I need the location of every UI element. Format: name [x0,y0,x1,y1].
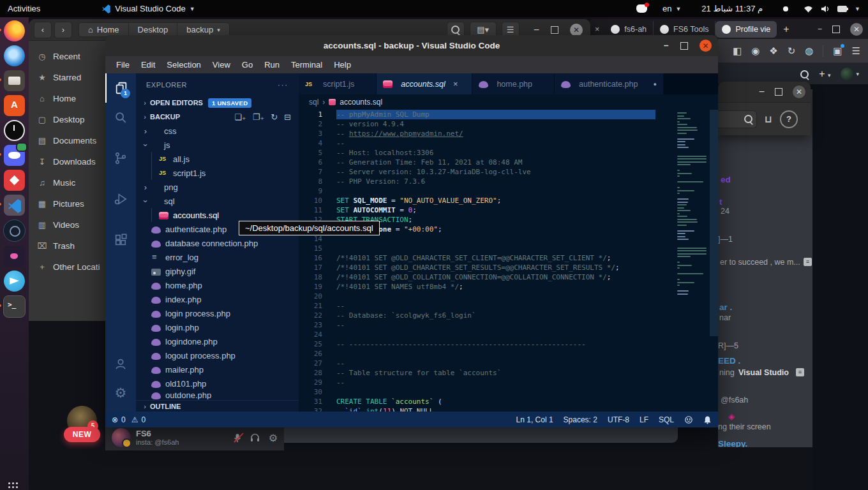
discord-member-fragment[interactable]: er to succeed , we m... [720,258,800,267]
dock-firefox-icon[interactable] [4,20,25,41]
editor-scrollbar[interactable] [710,110,718,336]
discord-member-fragment[interactable]: ]—1 [718,235,733,244]
statusbar-item[interactable]: Ln 1, Col 1 [516,415,553,424]
close-button[interactable]: ✕ [850,23,863,36]
tree-item[interactable]: login process.php [136,306,299,320]
new-folder-icon[interactable]: ❐₊ [253,112,265,122]
toolbar-icon[interactable]: ◍ [805,45,813,57]
inbox-icon[interactable]: ⊔ [765,114,772,125]
statusbar-item[interactable]: SQL [659,415,674,424]
menu-item[interactable]: Terminal [285,60,328,70]
toolbar-icon[interactable]: ◉ [751,45,760,57]
files-sidebar-item[interactable]: ★ Starred [29,67,107,88]
show-applications-icon[interactable] [8,482,10,484]
tree-item[interactable]: all.js [136,152,299,166]
gear-icon[interactable]: ⚙ [269,432,278,444]
maximize-button[interactable] [551,26,558,34]
toolbar-icon[interactable]: ❖ [769,45,777,57]
folder-section-header[interactable]: › BACKUP ❏₊ ❐₊ ↻ ⊟ [136,110,299,124]
open-editors-section[interactable]: › OPEN EDITORS 1 UNSAVED [136,96,299,110]
tree-item[interactable]: home.php [136,278,299,292]
files-sidebar-item[interactable]: ♫ Music [29,172,107,193]
clock[interactable]: م 11:37 شباط 21 [689,4,775,13]
new-tab-button[interactable]: + [777,24,795,35]
editor-tab[interactable]: accounts.sql × [377,73,472,94]
statusbar-item[interactable]: UTF-8 [608,415,629,424]
tree-item[interactable]: giphy.gif [136,264,299,278]
files-sidebar-item[interactable]: ⌧ Trash [29,235,107,256]
minimize-button[interactable]: − [759,86,765,98]
tree-item[interactable]: outdone.php [136,390,299,399]
statusbar-item[interactable]: LF [640,415,648,424]
tree-item[interactable]: login.php [136,320,299,334]
dock-thunderbird-icon[interactable] [4,45,25,66]
maximize-button[interactable] [832,26,840,33]
explorer-more-icon[interactable]: ··· [278,81,288,89]
activitybar-extensions[interactable] [105,225,136,255]
maximize-button[interactable] [680,42,688,50]
discord-member-fragment[interactable]: 24 [721,207,730,216]
discord-member-fragment[interactable]: Visual Studio [738,368,789,377]
discord-member-fragment[interactable]: R]—5 [718,341,738,350]
discord-member-fragment[interactable] [796,368,804,376]
search-icon[interactable] [800,70,809,78]
browser-tab[interactable]: Profile vie [715,21,777,38]
discord-member-fragment[interactable]: ◈ [728,412,735,421]
breadcrumb[interactable]: sql › accounts.sql [299,94,718,110]
new-file-icon[interactable]: ❏₊ [234,112,246,122]
dock-vscode-icon[interactable] [4,195,25,216]
discord-tray-icon[interactable] [629,4,655,13]
files-sidebar-item[interactable]: ◷ Recent [29,46,107,67]
help-button[interactable]: ? [780,110,798,128]
tab-close-icon[interactable]: × [590,25,604,34]
menu-item[interactable]: File [110,60,135,70]
discord-member-fragment[interactable]: Sleepy. [718,439,747,447]
dock-terminal-icon[interactable] [3,295,26,318]
files-sidebar-item[interactable]: + Other Locati [29,256,107,278]
forward-button[interactable]: › [54,22,72,38]
focused-app-menu[interactable]: Visual Studio Code ▼ [94,0,202,17]
activitybar-search[interactable] [105,103,136,132]
menu-item[interactable]: Selection [161,60,206,70]
hamburger-menu-icon[interactable]: ☰ [852,45,860,57]
tree-item[interactable]: png [136,180,299,194]
maximize-button[interactable] [775,88,782,96]
avatar[interactable] [112,428,131,447]
tab-close-icon[interactable]: × [453,79,458,89]
dock-cat-app-icon[interactable] [4,246,25,267]
breadcrumb-home[interactable]: ⌂Home [79,23,129,36]
discord-member-fragment[interactable]: @fs6ah [721,396,748,405]
back-button[interactable]: ‹ [34,22,52,38]
discord-member-fragment[interactable]: ng their screen [718,422,771,431]
minimize-button[interactable]: − [534,24,539,36]
editor-tab[interactable]: home.php [472,73,555,94]
dock-red-app-icon[interactable] [4,170,25,191]
headphones-icon[interactable] [250,433,260,442]
close-button[interactable]: ✕ [793,85,805,98]
tree-item[interactable]: accounts.sql [136,208,299,222]
tree-item[interactable]: css [136,124,299,138]
menu-item[interactable]: Edit [135,60,161,70]
minimize-button[interactable]: − [818,25,822,34]
menu-item[interactable]: Go [236,60,258,70]
menu-item[interactable]: Run [258,60,285,70]
dock-clocks-icon[interactable] [4,120,25,141]
dock-files-icon[interactable] [4,70,25,91]
files-sidebar-item[interactable]: ↧ Downloads [29,151,107,172]
close-button[interactable]: ✕ [570,24,583,36]
editor-tab[interactable]: authenticate.php ● [555,73,664,94]
dock-telegram-icon[interactable] [4,271,25,292]
dock-dark-app-icon[interactable] [3,219,26,242]
feedback-icon[interactable] [684,415,693,424]
search-input[interactable] [718,110,757,128]
tree-item[interactable]: sql [136,194,299,208]
gift-icon[interactable]: ▣ [833,45,842,57]
discord-member-fragment[interactable]: ning [719,368,735,377]
notifications-bell-icon[interactable] [703,415,712,424]
files-sidebar-item[interactable]: ▤ Documents [29,130,107,151]
mic-muted-icon[interactable] [234,433,241,443]
tree-item[interactable]: mailer.php [136,362,299,376]
breadcrumb-desktop[interactable]: Desktop [129,23,178,36]
tree-item[interactable]: error_log [136,250,299,264]
tree-item[interactable]: old101.php [136,376,299,390]
